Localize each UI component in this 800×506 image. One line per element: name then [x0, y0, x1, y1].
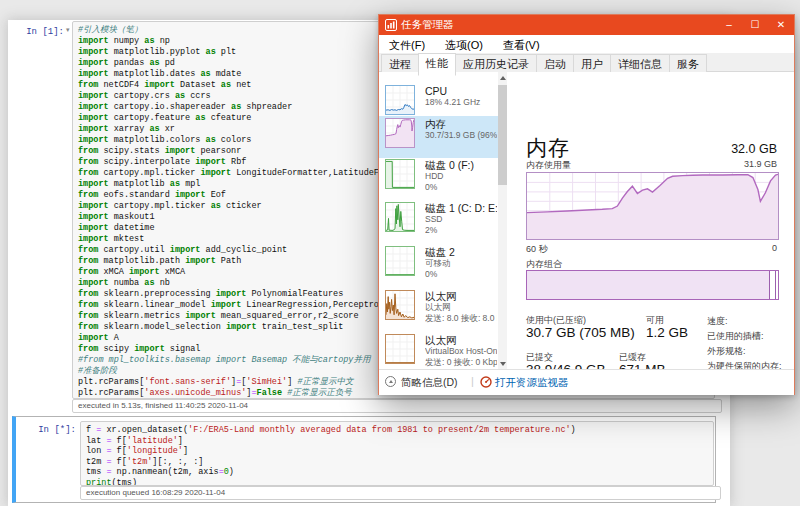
task-manager-app-icon	[385, 19, 397, 31]
composition-divider-1	[769, 271, 770, 299]
sidebar-item-disk0[interactable]: 磁盘 0 (F:)HDD0%	[379, 157, 498, 199]
sidebar-eth1-detail: 发送: 8.0 接收: 8.0 K	[425, 313, 497, 325]
memory-total: 32.0 GB	[731, 142, 777, 156]
memory-usage-graph	[526, 172, 779, 240]
sidebar-scrollbar[interactable]	[498, 72, 507, 369]
mini-graph-cpu	[385, 85, 415, 115]
hardware-info-labels: 速度: 已使用的插槽: 外形规格: 为硬件保留的内存:	[707, 314, 782, 369]
graph-time-label: 60 秒	[526, 243, 548, 256]
code-line: lat = f['latitude']	[86, 436, 713, 447]
mini-graph-eth1	[385, 290, 415, 320]
fewer-details-icon	[385, 376, 396, 387]
maximize-button[interactable]: ☐	[742, 15, 768, 35]
code-line: print(tms)	[86, 478, 713, 487]
codefold-caret-icon[interactable]: ▾	[66, 26, 70, 34]
tab-性能[interactable]: 性能	[418, 53, 456, 76]
code-line: t2m = f['t2m'][:, :, :]	[86, 457, 713, 468]
mini-graph-memory	[385, 118, 415, 148]
sidebar-eth2-detail: 发送: 0 接收: 0 Kbp	[425, 357, 497, 369]
mini-graph-disk1	[385, 202, 415, 232]
composition-in-use-segment	[527, 271, 769, 299]
code-line: tms = np.nanmean(t2m, axis=0)	[86, 467, 713, 478]
memory-usage-max: 31.9 GB	[744, 159, 777, 169]
sidebar-item-eth2[interactable]: 以太网VirtualBox Host-On发送: 0 接收: 0 Kbp	[379, 332, 498, 369]
menu-查看V[interactable]: 查看(V)	[493, 36, 550, 53]
sidebar-item-disk1[interactable]: 磁盘 1 (C: D: E:SSD2%	[379, 200, 498, 242]
stat-available-value: 1.2 GB	[646, 325, 688, 340]
footer-separator: |	[471, 375, 474, 387]
stat-cached-value: 671 MB	[619, 362, 666, 369]
mini-graph-disk0	[385, 159, 415, 189]
form-factor-label: 外形规格:	[707, 344, 782, 359]
sidebar-disk1-detail: 2%	[425, 225, 497, 235]
sidebar-cpu-detail: 18% 4.21 GHz	[425, 97, 497, 107]
graph-zero-label: 0	[772, 243, 777, 253]
menu-文件F[interactable]: 文件(F)	[379, 36, 435, 53]
scrollbar-down-arrow-icon[interactable]	[498, 358, 507, 369]
scrollbar-thumb[interactable]	[498, 85, 507, 185]
sidebar-eth2-sub: VirtualBox Host-On	[425, 346, 497, 356]
task-manager-window: 任务管理器 – ☐ ✕ 文件(F)选项(O)查看(V) 进程性能应用历史记录启动…	[378, 14, 795, 395]
cell2-code-input[interactable]: f = xr.open_dataset('F:/ERA5-Land monthl…	[80, 421, 714, 486]
sidebar-memory-detail: 30.7/31.9 GB (96%)	[425, 130, 497, 140]
sidebar-disk2-detail: 0%	[425, 269, 497, 279]
task-manager-footer: 简略信息(D) | 打开资源监视器	[379, 369, 794, 395]
cell2-prompt: In [*]:	[28, 425, 76, 435]
cell2-execute-time: execution queued 16:08:29 2020-11-04	[80, 486, 721, 500]
minimize-button[interactable]: –	[716, 15, 742, 35]
mini-graph-eth2	[385, 334, 415, 364]
sidebar-disk0-detail: 0%	[425, 182, 497, 192]
composition-divider-2	[775, 271, 776, 299]
scrollbar-up-arrow-icon[interactable]	[498, 72, 507, 83]
sidebar-item-memory[interactable]: 内存30.7/31.9 GB (96%)	[379, 116, 498, 158]
sidebar-item-eth1[interactable]: 以太网以太网发送: 8.0 接收: 8.0 K	[379, 288, 498, 330]
code-line: lon = f['longitude']	[86, 446, 713, 457]
performance-pane: CPU18% 4.21 GHz内存30.7/31.9 GB (96%)磁盘 0 …	[379, 72, 794, 369]
slots-used-label: 已使用的插槽:	[707, 329, 782, 344]
notebook-cell-2[interactable]: In [*]: f = xr.open_dataset('F:/ERA5-Lan…	[12, 416, 716, 503]
sidebar-cpu-name: CPU	[425, 85, 497, 97]
menu-bar: 文件(F)选项(O)查看(V)	[379, 35, 794, 53]
window-title: 任务管理器	[401, 18, 454, 32]
memory-usage-label: 内存使用量	[526, 159, 571, 172]
fewer-details-button[interactable]: 简略信息(D)	[401, 376, 458, 390]
title-bar[interactable]: 任务管理器 – ☐ ✕	[379, 15, 794, 35]
sidebar-disk1-sub: SSD	[425, 214, 497, 224]
mini-graph-disk2	[385, 246, 415, 276]
close-button[interactable]: ✕	[768, 15, 794, 35]
resource-monitor-icon	[480, 376, 492, 388]
open-resource-monitor-link[interactable]: 打开资源监视器	[495, 376, 569, 390]
menu-选项O[interactable]: 选项(O)	[435, 36, 493, 53]
cell1-execute-time: executed in 5.13s, finished 11:40:25 202…	[72, 399, 722, 413]
code-line: f = xr.open_dataset('F:/ERA5-Land monthl…	[86, 425, 713, 436]
hardware-reserved-label: 为硬件保留的内存:	[707, 359, 782, 369]
sidebar-disk0-sub: HDD	[425, 171, 497, 181]
sidebar-item-disk2[interactable]: 磁盘 2可移动0%	[379, 244, 498, 286]
stat-in-use-value: 30.7 GB (705 MB)	[526, 325, 635, 340]
cell1-prompt: In [1]:	[16, 27, 64, 37]
stat-committed-value: 38.9/46.9 GB	[526, 362, 606, 369]
memory-composition-bar[interactable]	[526, 270, 779, 300]
speed-label: 速度:	[707, 314, 782, 329]
tab-bar: 进程性能应用历史记录启动用户详细信息服务	[379, 53, 794, 72]
memory-panel-title: 内存	[526, 134, 570, 162]
